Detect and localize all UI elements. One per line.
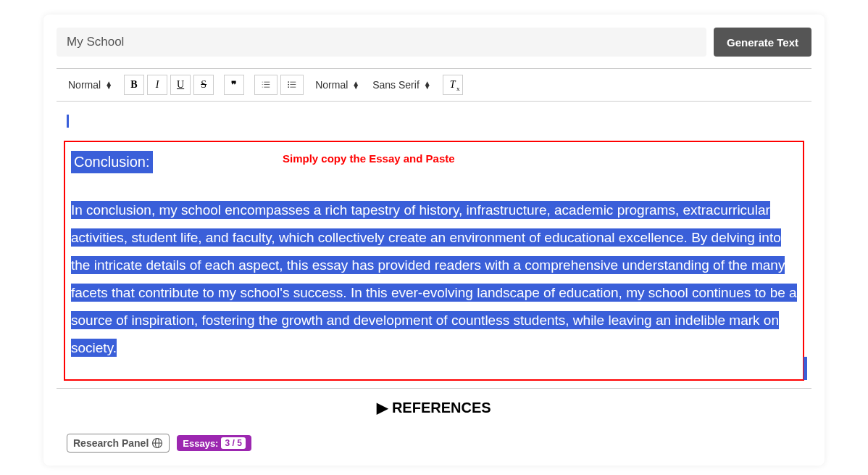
editor-toolbar: Normal ▲▼ B I U S ❞ Normal ▲▼ [57,68,811,102]
chevron-sort-icon: ▲▼ [105,81,112,88]
blockquote-button[interactable]: ❞ [224,75,244,95]
bold-button[interactable]: B [124,75,144,95]
essays-badge: Essays: 3 / 5 [177,435,251,451]
selection-end-cursor [804,357,807,380]
topic-input[interactable] [57,28,706,57]
format-group: B I U S [124,75,214,95]
top-row: Generate Text [57,28,811,57]
font-select-label: Sans Serif [372,79,420,91]
clear-format-icon: Tx [450,79,456,91]
font-select[interactable]: Sans Serif ▲▼ [371,76,433,94]
clear-format-button[interactable]: Tx [443,75,463,95]
annotation-box: Conclusion: Simply copy the Essay and Pa… [64,141,804,381]
italic-button[interactable]: I [147,75,167,95]
svg-point-0 [288,81,289,83]
underline-button[interactable]: U [170,75,191,95]
clear-group: Tx [443,75,463,95]
research-panel-label: Research Panel [73,437,149,449]
app-container: Generate Text Normal ▲▼ B I U S ❞ [43,15,825,466]
selected-text: In conclusion, my school encompasses a r… [71,201,797,357]
bullet-list-button[interactable] [280,75,304,95]
editor-area[interactable]: Conclusion: Simply copy the Essay and Pa… [57,102,811,388]
copy-hint-annotation: Simply copy the Essay and Paste [283,152,455,165]
size-select-label: Normal [315,79,348,91]
essays-count: 3 / 5 [221,437,245,449]
bullet-list-icon [287,80,297,90]
bottom-bar: Research Panel Essays: 3 / 5 [57,426,811,453]
text-cursor [67,115,69,128]
strikethrough-button[interactable]: S [193,75,214,95]
research-panel-button[interactable]: Research Panel [67,434,170,453]
generate-text-button[interactable]: Generate Text [714,28,811,57]
svg-point-1 [288,84,289,86]
chevron-sort-icon: ▲▼ [424,81,431,88]
heading-select[interactable]: Normal ▲▼ [67,76,114,94]
heading-select-label: Normal [68,79,101,91]
quote-icon: ❞ [231,79,237,91]
play-icon: ▶ [377,400,388,416]
references-label: REFERENCES [392,400,491,416]
ordered-list-button[interactable] [254,75,277,95]
essays-label: Essays: [183,438,218,449]
references-toggle[interactable]: ▶ REFERENCES [57,388,811,426]
essay-body[interactable]: In conclusion, my school encompasses a r… [71,197,797,362]
quote-group: ❞ [224,75,244,95]
conclusion-heading: Conclusion: [71,151,153,173]
svg-point-2 [288,86,289,88]
size-select[interactable]: Normal ▲▼ [314,76,361,94]
list-group [254,75,304,95]
ordered-list-icon [261,80,271,90]
chevron-sort-icon: ▲▼ [352,81,359,88]
globe-icon [151,437,163,449]
